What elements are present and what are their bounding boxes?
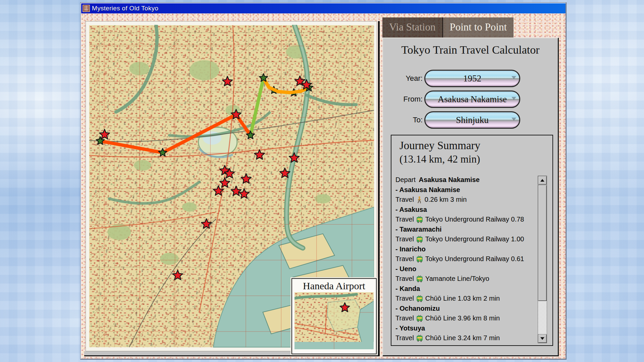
scrollbar-thumb[interactable]	[538, 185, 547, 301]
tab-via-station[interactable]: Via Station	[382, 17, 443, 38]
titlebar[interactable]: Mysteries of Old Tokyo	[81, 3, 566, 13]
year-dropdown[interactable]: 1952	[424, 70, 520, 87]
journey-summary-panel: Journey Summary (13.14 km, 42 min) Depar…	[391, 135, 553, 346]
journey-row-travel: TravelChūō Line 3.96 km 8 min	[395, 313, 538, 323]
window-title: Mysteries of Old Tokyo	[92, 5, 158, 12]
arrow-up-icon	[540, 179, 544, 182]
dropdown-chevron-icon	[512, 76, 516, 79]
mode-tabs: Via Station Point to Point	[382, 17, 514, 38]
train-icon	[416, 315, 423, 322]
train-icon	[416, 236, 423, 243]
year-label: Year:	[383, 74, 423, 83]
journey-row-station: - Ueno	[395, 264, 538, 274]
journey-scrollbar[interactable]	[538, 176, 547, 343]
desktop-wallpaper: Mysteries of Old Tokyo	[0, 0, 644, 362]
window-content: Via Station Point to Point Tokyo Train T…	[81, 13, 566, 359]
journey-row-depart: Depart Asakusa Nakamise	[395, 175, 538, 185]
tab-point-to-point[interactable]: Point to Point	[443, 17, 514, 38]
to-dropdown[interactable]: Shinjuku	[424, 111, 520, 129]
train-icon	[416, 275, 423, 283]
train-icon	[416, 255, 423, 263]
calculator-panel: Tokyo Train Travel Calculator Year: 1952…	[382, 38, 559, 356]
journey-summary-totals: (13.14 km, 42 min)	[399, 153, 552, 165]
journey-step-list: Depart Asakusa Nakamise- Asakusa Nakamis…	[395, 175, 538, 344]
map-panel-divider	[378, 21, 380, 356]
journey-row-station: - Asakusa Nakamise	[395, 185, 538, 195]
from-value: Asakusa Nakamise	[425, 92, 519, 107]
from-field-row: From: Asakusa Nakamise	[383, 90, 558, 108]
journey-row-travel: TravelYamanote Line/Tokyo	[395, 274, 538, 284]
journey-row-station: - Tawaramachi	[395, 225, 538, 235]
calculator-title: Tokyo Train Travel Calculator	[383, 44, 558, 56]
journey-row-travel: TravelChūō Line 1.03 km 2 min	[395, 294, 538, 304]
calculator-fields: Year: 1952 From: Asakusa Nakamise	[383, 70, 558, 132]
app-icon	[83, 5, 90, 12]
year-field-row: Year: 1952	[383, 70, 558, 87]
scrollbar-up-button[interactable]	[538, 176, 547, 185]
journey-row-station: - Kanda	[395, 284, 538, 294]
journey-row-travel: TravelTokyo Underground Railway 0.61	[395, 254, 538, 264]
to-label: To:	[383, 116, 423, 124]
journey-row-travel: TravelTokyo Underground Railway 0.78	[395, 215, 538, 225]
journey-row-station: - Asakusa	[395, 205, 538, 215]
walk-icon	[416, 196, 423, 203]
haneda-inset-title: Haneda Airport	[294, 280, 374, 292]
dropdown-chevron-icon	[512, 97, 516, 100]
scrollbar-down-button[interactable]	[538, 334, 547, 343]
train-icon	[416, 335, 423, 342]
train-icon	[416, 295, 423, 302]
journey-row-station: - Inaricho	[395, 244, 538, 254]
app-window: Mysteries of Old Tokyo	[80, 3, 566, 359]
from-label: From:	[383, 95, 423, 104]
dropdown-chevron-icon	[512, 118, 516, 121]
from-dropdown[interactable]: Asakusa Nakamise	[424, 90, 520, 108]
journey-row-travel: Travel0.26 km 3 min	[395, 195, 538, 205]
arrow-down-icon	[540, 337, 544, 340]
to-value: Shinjuku	[425, 112, 519, 128]
journey-row-station: - Ochanomizu	[395, 304, 538, 314]
journey-row-station: - Yotsuya	[395, 323, 538, 334]
to-field-row: To: Shinjuku	[383, 111, 558, 129]
journey-row-travel: TravelChūō Line 3.24 km 7 min	[395, 333, 538, 343]
journey-summary-title: Journey Summary	[399, 139, 552, 152]
haneda-inset-map[interactable]	[294, 292, 374, 349]
haneda-inset-panel: Haneda Airport	[291, 278, 377, 354]
journey-row-travel: TravelTokyo Underground Railway 1.00	[395, 234, 538, 244]
train-icon	[416, 216, 423, 223]
year-value: 1952	[425, 71, 519, 86]
